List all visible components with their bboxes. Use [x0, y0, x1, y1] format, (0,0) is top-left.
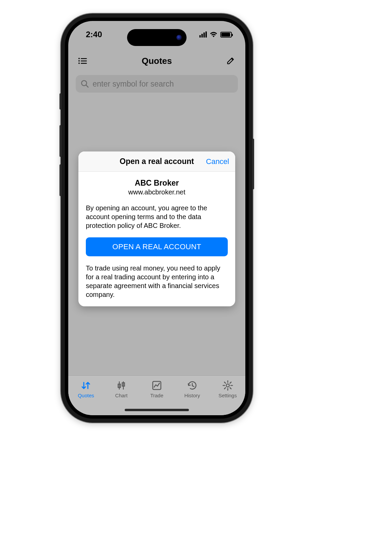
tab-chart[interactable]: Chart: [108, 380, 135, 398]
svg-point-0: [78, 58, 80, 59]
tab-label: Trade: [150, 393, 164, 398]
info-text: To trade using real money, you need to a…: [86, 264, 228, 299]
side-button: [59, 125, 62, 157]
search-bar[interactable]: [76, 75, 238, 93]
svg-point-4: [78, 63, 80, 64]
svg-point-13: [226, 384, 229, 387]
tab-label: Chart: [115, 393, 128, 398]
terms-text: By opening an account, you agree to the …: [86, 204, 228, 230]
svg-rect-1: [81, 58, 87, 59]
svg-rect-3: [81, 61, 87, 62]
broker-url: www.abcbroker.net: [86, 188, 228, 196]
clock-history-icon: [187, 380, 198, 391]
battery-icon: [220, 32, 232, 38]
svg-line-19: [230, 388, 231, 389]
open-account-modal: Open a real account Cancel ABC Broker ww…: [78, 151, 235, 306]
open-real-account-button[interactable]: OPEN A REAL ACCOUNT: [86, 237, 228, 256]
svg-line-7: [86, 85, 88, 87]
side-button: [59, 93, 62, 110]
tab-quotes[interactable]: Quotes: [72, 380, 99, 398]
svg-rect-5: [81, 63, 87, 64]
gear-icon: [222, 380, 234, 391]
tab-bar: Quotes Chart: [68, 375, 245, 415]
tab-label: Settings: [218, 393, 237, 398]
chart-line-icon: [151, 380, 163, 391]
phone-frame: 2:40: [61, 14, 253, 423]
list-icon[interactable]: [78, 56, 88, 66]
side-button: [252, 139, 254, 189]
svg-line-18: [224, 382, 226, 383]
broker-name: ABC Broker: [86, 179, 228, 188]
wifi-icon: [210, 31, 218, 38]
tab-trade[interactable]: Trade: [143, 380, 170, 398]
svg-point-2: [78, 60, 80, 62]
arrows-updown-icon: [80, 380, 92, 391]
cellular-signal-icon: [199, 31, 207, 38]
search-icon: [80, 79, 89, 88]
tab-settings[interactable]: Settings: [214, 380, 241, 398]
status-bar: 2:40: [68, 21, 245, 48]
pencil-icon[interactable]: [226, 56, 236, 66]
home-indicator[interactable]: [125, 409, 189, 411]
tab-label: History: [184, 393, 200, 398]
tab-history[interactable]: History: [179, 380, 206, 398]
status-time: 2:40: [86, 30, 102, 39]
screen: 2:40: [68, 21, 245, 415]
page-title: Quotes: [88, 56, 226, 66]
modal-title: Open a real account: [120, 157, 194, 166]
svg-line-20: [230, 382, 231, 383]
side-button: [59, 164, 62, 196]
candlestick-icon: [116, 380, 127, 391]
search-input[interactable]: [93, 79, 233, 89]
modal-header: Open a real account Cancel: [78, 151, 235, 172]
cancel-button[interactable]: Cancel: [206, 151, 229, 171]
nav-header: Quotes: [68, 51, 245, 71]
tab-label: Quotes: [78, 393, 94, 398]
svg-line-21: [224, 388, 226, 389]
